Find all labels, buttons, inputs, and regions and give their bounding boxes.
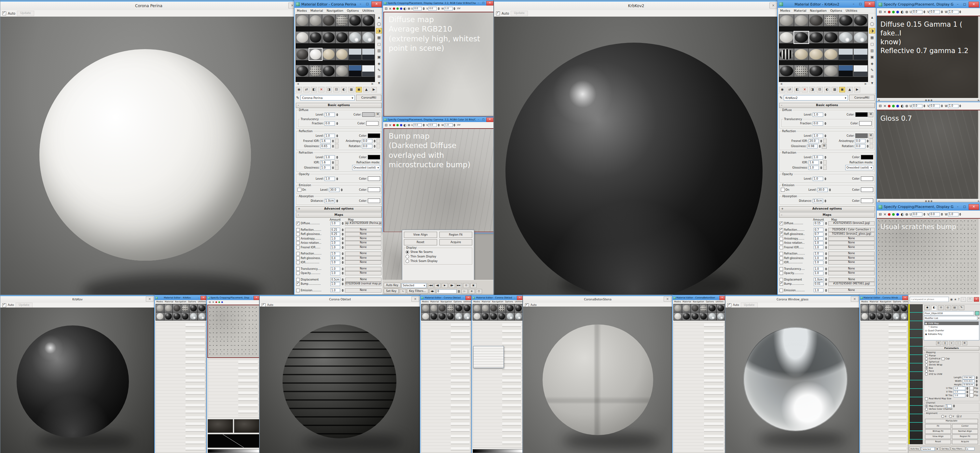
next-frame-icon[interactable]: ▮▶ [449,283,455,288]
translucency-color-swatch[interactable] [366,121,379,126]
material-swatch[interactable] [515,312,523,320]
spinner[interactable] [373,144,376,148]
map-slot-button[interactable]: 70295658 ( Color Correction ) [828,228,875,232]
rollout-advanced-options[interactable]: + Advanced options [296,206,382,211]
spinner[interactable] [825,278,828,282]
absorption-color-swatch[interactable] [861,199,873,203]
printer-icon[interactable]: ⊟ [879,212,882,216]
material-swatch[interactable] [506,312,514,320]
map-enable-checkbox[interactable] [296,222,300,225]
material-id-icon[interactable]: ◐ [341,87,347,92]
spinner[interactable] [331,144,334,148]
show-end-result-icon[interactable]: ▣ [356,87,362,92]
material-swatch[interactable] [362,48,375,60]
map-amount-field[interactable]: 1.0 [330,237,340,240]
menu-item[interactable]: Material [430,300,439,303]
close-icon[interactable]: × [864,1,875,7]
red-channel-icon[interactable] [393,124,395,126]
map-slot-button[interactable] [870,144,873,148]
go-to-parent-icon[interactable]: ▲ [846,87,853,92]
make-copy-icon[interactable]: ◨ [809,87,815,92]
zoom-extents-icon[interactable]: ⊡ [463,283,469,288]
get-material-icon[interactable]: ◉ [779,87,785,92]
spinner[interactable] [341,221,344,226]
v-offset-field[interactable]: 0.0 [929,213,940,216]
map-slot-button[interactable] [377,144,380,148]
spinner[interactable] [824,260,827,265]
spinner[interactable] [336,113,339,117]
material-swatch[interactable] [490,312,498,320]
align-button[interactable]: Acquire [439,239,473,245]
modify-tab-icon[interactable]: ◧ [931,305,937,310]
printer-icon[interactable]: ⊟ [385,7,387,10]
map-slot-button[interactable]: None [345,245,382,250]
close-icon[interactable]: × [146,296,154,302]
material-swatch[interactable] [809,32,823,43]
material-swatch[interactable] [779,65,794,77]
opacity-color-swatch[interactable] [368,176,380,181]
mono-channel-icon[interactable]: ◐ [404,123,407,127]
material-swatch[interactable] [498,312,506,320]
spinner[interactable] [336,199,339,203]
spinner[interactable] [458,289,461,294]
menu-item[interactable]: Navigation [175,300,186,303]
map-enable-checkbox[interactable] [780,246,783,249]
map-slot-button[interactable]: None [828,241,875,245]
search-icon[interactable]: ◉ [950,298,953,301]
align-button[interactable]: Region Fit [439,232,473,238]
menu-item[interactable]: Material [482,300,490,303]
emission-on-checkbox[interactable] [298,188,301,192]
map-enable-checkbox[interactable] [296,289,300,292]
background-icon[interactable]: ▦ [376,35,382,40]
key-filters-button[interactable]: Key Filters... [951,447,966,451]
close-icon[interactable]: × [969,2,979,8]
clear-icon[interactable]: × [883,212,886,216]
opacity-level-field[interactable]: 1.0 [813,177,823,181]
radio-button[interactable] [406,250,409,254]
close-icon[interactable]: × [974,297,979,302]
mono-channel-icon[interactable]: ◐ [900,10,904,14]
u-offset-field[interactable]: 0.0 [912,213,923,216]
menu-item[interactable]: Options [706,300,714,303]
menu-item[interactable]: Options [454,300,462,303]
spinner[interactable] [422,6,425,11]
material-swatch[interactable] [447,304,455,312]
bitmap-preview[interactable]: Diffuse map Average RGB210 (extremely hi… [383,12,494,117]
refraction-glossiness-field[interactable]: 1.0 [320,166,331,170]
get-material-icon[interactable]: ◉ [296,87,302,92]
diffuse-color-swatch[interactable] [855,112,868,117]
material-swatch[interactable] [463,312,471,320]
radio-button[interactable] [941,415,944,418]
glossiness-field[interactable]: 0.98 [807,144,818,148]
u-offset-field[interactable]: 0.0 [414,7,422,10]
material-swatch[interactable] [869,312,876,320]
spinner[interactable] [975,383,978,387]
material-swatch[interactable] [824,32,838,43]
printer-icon[interactable]: ⊟ [385,123,387,127]
v-offset-field[interactable]: 0.0 [929,10,940,14]
set-key-button[interactable]: Set Key [940,447,950,451]
fresnel-ior-field[interactable]: 20.0 [808,139,819,143]
material-swatch[interactable] [348,65,361,77]
map-amount-field[interactable]: 0.7 [814,232,823,236]
rollout-maps[interactable]: - Maps [779,213,875,218]
menu-item[interactable]: Material [165,300,173,303]
coordinates-popup[interactable] [473,346,504,368]
minimize-icon[interactable]: – [250,296,253,299]
spinner[interactable] [940,212,943,216]
spinner[interactable] [336,177,339,181]
minimize-icon[interactable]: – [513,296,516,299]
spinner[interactable] [341,271,344,275]
material-swatch[interactable] [498,304,506,312]
set-key-button[interactable]: Set Key [384,289,399,294]
video-color-check-icon[interactable]: ▥ [376,48,382,53]
material-swatch[interactable] [779,48,794,60]
update-button[interactable]: Update [17,11,34,16]
material-id-icon[interactable]: ◐ [824,87,830,92]
map-enable-checkbox[interactable] [780,222,783,225]
opacity-color-swatch[interactable] [861,176,873,181]
material-swatch[interactable] [515,304,523,312]
blue-channel-icon[interactable] [400,8,402,10]
material-swatch[interactable] [717,312,725,320]
material-swatch[interactable] [322,32,335,43]
